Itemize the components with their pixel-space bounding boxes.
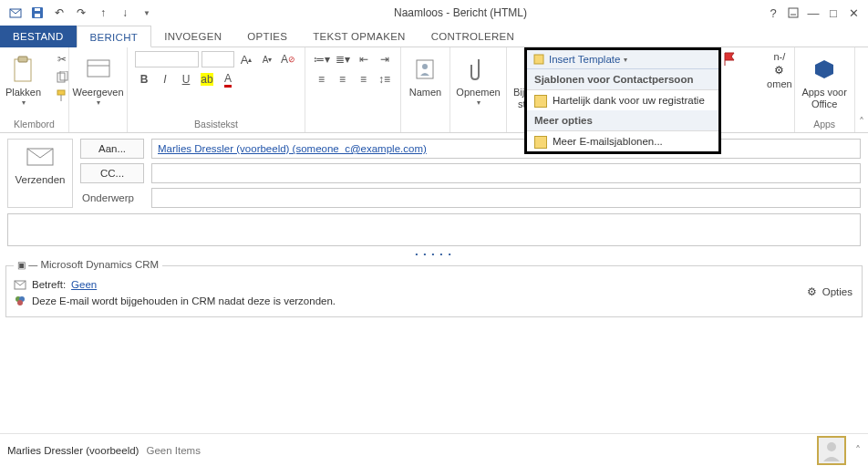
minimize-icon[interactable]: — [804,4,822,22]
clear-formatting-icon[interactable]: A⊘ [279,51,297,67]
crm-regarding-label: Betreft: [32,279,66,290]
splitter-handle[interactable]: • • • • • [0,250,868,258]
tab-message[interactable]: BERICHT [77,26,152,47]
svg-rect-3 [35,8,40,11]
save-icon[interactable] [27,3,47,23]
collapse-ribbon-icon[interactable]: ˄ [859,116,864,129]
apps-office-button[interactable]: Apps voor Office [800,51,849,109]
bullets-icon[interactable]: ≔▾ [313,51,331,67]
font-size-box[interactable] [202,51,234,67]
status-items: Geen Items [146,445,200,456]
svg-point-13 [422,64,428,69]
svg-rect-2 [35,14,40,17]
chevron-down-icon: ▾ [624,56,627,64]
underline-icon[interactable]: U [177,71,195,88]
crm-minimize-icon[interactable]: — [28,260,37,270]
grow-font-icon[interactable]: A▴ [237,51,255,67]
svg-rect-5 [15,59,31,81]
undo-icon[interactable]: ↶ [49,3,69,23]
ribbon-options-icon[interactable] [784,4,802,22]
subject-field[interactable] [151,188,861,208]
chevron-down-icon: ▾ [22,98,26,107]
font-color-icon[interactable]: A [219,71,237,88]
help-icon[interactable]: ? [764,4,782,22]
address-book-icon [411,55,440,84]
paste-label: Plakken [5,87,41,98]
italic-icon[interactable]: I [156,71,174,88]
tab-insert[interactable]: INVOEGEN [151,26,234,47]
svg-point-25 [827,442,836,451]
align-left-icon[interactable]: ≡ [313,71,331,88]
line-spacing-icon[interactable]: ↕≡ [376,71,394,88]
template-icon [532,53,545,66]
crm-collapse-icon[interactable]: ▣ [17,260,26,270]
group-apps-label: Apps [813,118,835,130]
view-button[interactable]: Weergeven ▾ [74,51,123,107]
template-section-contact: Sjablonen voor Contactpersoon [527,69,718,90]
template-section-more: Meer opties [527,110,718,131]
chevron-down-icon: ▾ [97,98,100,107]
font-name-box[interactable] [135,51,199,67]
paste-button[interactable]: Plakken ▾ [0,51,48,107]
follow-up-flag-icon[interactable] [722,52,759,67]
outdent-icon[interactable]: ⇤ [355,51,373,67]
status-contact-name: Marlies Dressler (voorbeeld) [7,445,139,456]
group-basictext-label: Basistekst [194,118,238,130]
tab-file[interactable]: BESTAND [0,26,77,47]
insert-template-label: Insert Template [549,54,620,65]
hidden-icon[interactable]: ⚙ [774,64,784,77]
include-button[interactable]: Opnemen ▾ [454,51,503,107]
redo-icon[interactable]: ↷ [71,3,91,23]
attach-icon [464,55,493,84]
down-arrow-icon[interactable]: ↓ [115,3,135,23]
highlight-icon[interactable]: ab [198,71,216,88]
tab-format[interactable]: TEKST OPMAKEN [300,26,418,47]
qat-more-icon[interactable]: ▼ [137,3,157,23]
svg-rect-4 [789,8,798,17]
window-title: Naamloos - Bericht (HTML) [157,6,764,19]
contact-avatar[interactable] [817,436,846,465]
subject-label: Onderwerp [80,192,144,203]
bold-icon[interactable]: B [135,71,153,88]
group-clipboard-label: Klembord [14,118,55,130]
names-button[interactable]: Namen [401,51,450,98]
insert-template-header[interactable]: Insert Template ▾ [527,50,718,69]
send-button[interactable]: Verzenden [7,139,73,208]
numbering-icon[interactable]: ≣▾ [334,51,352,67]
clipboard-icon [9,55,38,84]
maximize-icon[interactable]: □ [824,4,842,22]
align-right-icon[interactable]: ≡ [355,71,373,88]
cut-icon[interactable]: ✂ [54,51,70,67]
partial-label-2: omen [767,78,792,89]
crm-regarding-link[interactable]: Geen [71,279,97,290]
svg-rect-10 [88,60,109,77]
shrink-font-icon[interactable]: A▾ [258,51,276,67]
expand-people-pane-icon[interactable]: ˄ [855,444,861,457]
up-arrow-icon[interactable]: ↑ [93,3,113,23]
tab-options[interactable]: OPTIES [234,26,300,47]
names-label: Namen [409,87,441,98]
crm-legend-text: Microsoft Dynamics CRM [40,259,159,270]
template-item-registration[interactable]: Hartelijk dank voor uw registratie [527,90,718,110]
message-body[interactable] [7,213,861,246]
tab-review[interactable]: CONTROLEREN [418,26,527,47]
format-painter-icon[interactable] [54,88,70,104]
crm-tracked-text: Deze E-mail wordt bijgehouden in CRM nad… [32,295,336,306]
close-icon[interactable]: ✕ [844,4,863,22]
include-label: Opnemen [456,87,500,98]
chevron-down-icon: ▾ [477,98,480,107]
cc-button[interactable]: CC... [80,163,144,183]
indent-icon[interactable]: ⇥ [376,51,394,67]
to-field[interactable]: Marlies Dressler (voorbeeld) (someone_c@… [151,139,861,159]
cc-field[interactable] [151,163,861,183]
svg-rect-9 [57,90,65,95]
crm-options-link[interactable]: ⚙ Opties [806,285,852,298]
view-label: Weergeven [72,87,123,98]
view-icon [84,55,113,84]
svg-point-24 [17,300,23,305]
template-item-more[interactable]: Meer E-mailsjablonen... [527,131,718,151]
copy-icon[interactable] [54,69,70,86]
app-icon [5,3,26,23]
to-button[interactable]: Aan... [80,139,144,159]
align-center-icon[interactable]: ≡ [334,71,352,88]
